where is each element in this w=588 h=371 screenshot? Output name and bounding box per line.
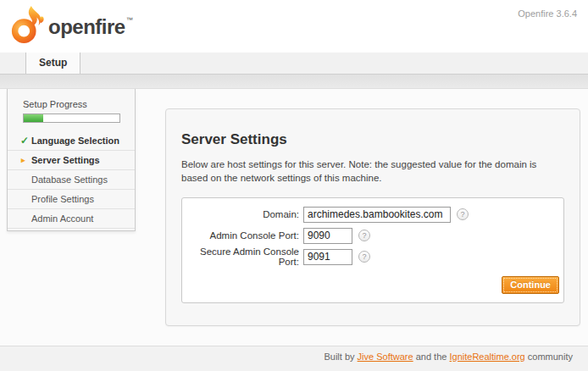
admin-port-input[interactable] xyxy=(303,228,352,244)
domain-input[interactable] xyxy=(303,207,451,223)
progress-fill xyxy=(24,114,43,122)
step-language-selection: ✓ Language Selection xyxy=(8,131,135,151)
step-server-settings: ▸ Server Settings xyxy=(8,151,135,170)
jive-software-link[interactable]: Jive Software xyxy=(358,352,413,362)
help-icon[interactable]: ? xyxy=(358,251,370,263)
step-label: Admin Account xyxy=(31,213,93,224)
step-label: Profile Settings xyxy=(31,194,94,204)
form-row-domain: Domain: ? xyxy=(182,206,563,223)
app-header: openfire ™ Openfire 3.6.4 xyxy=(0,0,588,53)
flame-ring-icon xyxy=(10,6,46,48)
step-admin-account: Admin Account xyxy=(8,209,135,229)
server-settings-form: Domain: ? Admin Console Port: ? Secure A… xyxy=(181,197,564,303)
tab-setup[interactable]: Setup xyxy=(25,53,80,74)
step-label: Server Settings xyxy=(31,155,100,165)
form-row-secure-port: Secure Admin Console Port: ? xyxy=(182,248,563,265)
page-title: Server Settings xyxy=(181,131,564,148)
arrow-right-icon: ▸ xyxy=(21,156,25,164)
tab-bar: Setup xyxy=(0,53,588,75)
admin-port-label: Admin Console Port: xyxy=(182,230,299,241)
secure-port-input[interactable] xyxy=(303,249,352,265)
domain-label: Domain: xyxy=(182,209,299,219)
step-label: Database Settings xyxy=(31,174,108,185)
igniterealtime-link[interactable]: IgniteRealtime.org xyxy=(449,352,524,362)
step-database-settings: Database Settings xyxy=(8,170,135,190)
step-label: Language Selection xyxy=(31,136,119,146)
continue-button[interactable]: Continue xyxy=(502,276,559,294)
setup-steps-list: ✓ Language Selection ▸ Server Settings D… xyxy=(8,131,135,229)
secure-port-label: Secure Admin Console Port: xyxy=(182,246,299,267)
server-settings-card: Server Settings Below are host settings … xyxy=(165,108,580,326)
footer-text: Built by xyxy=(324,352,354,362)
sidebar-title: Setup Progress xyxy=(23,99,135,109)
help-icon[interactable]: ? xyxy=(358,230,370,241)
brand-wordmark: openfire xyxy=(48,15,125,39)
version-label: Openfire 3.6.4 xyxy=(518,8,577,19)
footer-text: community xyxy=(528,352,573,362)
footer-text: and the xyxy=(416,352,447,362)
trademark-symbol: ™ xyxy=(126,16,133,24)
page-footer: Built by Jive Software and the IgniteRea… xyxy=(0,346,588,371)
help-icon[interactable]: ? xyxy=(457,208,469,220)
setup-progress-sidebar: Setup Progress ✓ Language Selection ▸ Se… xyxy=(7,89,136,231)
progress-bar xyxy=(23,114,120,123)
page-description: Below are host settings for this server.… xyxy=(181,158,564,185)
openfire-logo: openfire ™ xyxy=(10,6,133,48)
toolbar-band xyxy=(0,75,588,89)
step-profile-settings: Profile Settings xyxy=(8,190,135,209)
check-icon: ✓ xyxy=(20,135,29,147)
form-row-admin-port: Admin Console Port: ? xyxy=(182,227,563,244)
